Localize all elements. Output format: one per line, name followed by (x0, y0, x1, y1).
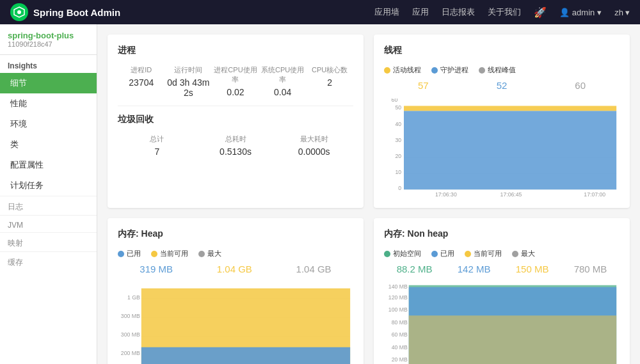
threads-chart-svg: 0 10 20 30 40 50 60 (384, 99, 620, 198)
svg-text:17:06:30: 17:06:30 (435, 191, 457, 198)
lang-dropdown-icon: ▾ (625, 8, 630, 17)
svg-text:20: 20 (395, 153, 401, 159)
legend-heap-used: 已用 (118, 249, 141, 258)
process-title: 进程 (118, 45, 353, 56)
svg-marker-52 (409, 315, 616, 364)
nonheap-avail-val: 150 MB (516, 264, 549, 274)
stat-uptime: 运行时间 0d 3h 43m 2s (165, 65, 212, 98)
stat-scpu-value: 0.04 (259, 87, 307, 97)
rocket-icon: 🚀 (534, 6, 547, 19)
svg-marker-15 (404, 111, 616, 189)
svg-text:100 MB: 100 MB (388, 306, 408, 313)
stat-gc-count: 总计 7 (118, 134, 196, 157)
nonheap-max-val: 780 MB (574, 264, 607, 274)
threads-card: 线程 活动线程 守护进程 线程峰值 57 52 60 (374, 35, 630, 208)
sidebar-item-计划任务[interactable]: 计划任务 (0, 175, 97, 196)
app-id: 11090f218c47 (8, 40, 89, 48)
heap-avail-val: 1.04 GB (217, 264, 252, 274)
svg-text:30: 30 (395, 137, 401, 143)
sidebar: spring-boot-plus 11090f218c47 Insights 细… (0, 24, 97, 364)
app-logo: Spring Boot Admin (10, 3, 120, 21)
sidebar-group-JVM[interactable]: JVM (0, 215, 97, 232)
header: Spring Boot Admin 应用墙 应用 日志报表 关于我们 🚀 👤 a… (0, 0, 640, 24)
threads-peak-val: 60 (575, 80, 586, 91)
stat-gc-max-time: 最大耗时 0.0000s (275, 134, 353, 157)
legend-nonheap-init: 初始空间 (384, 249, 421, 258)
legend-active: 活动线程 (384, 65, 421, 75)
process-card: 进程 进程ID 23704 运行时间 0d 3h 43m 2s 进程CPU使用率… (108, 35, 364, 208)
nonheap-title: 内存: Non heap (384, 228, 620, 240)
lang-selector[interactable]: zh ▾ (614, 8, 630, 17)
heap-used-val: 319 MB (140, 264, 173, 274)
stat-pid-value: 23704 (118, 77, 165, 88)
nav-about[interactable]: 关于我们 (488, 6, 521, 18)
nav-log-report[interactable]: 日志报表 (442, 6, 475, 18)
nonheap-init-val: 88.2 MB (397, 264, 433, 274)
stat-pid-label: 进程ID (118, 65, 165, 75)
stat-pcpu-label: 进程CPU使用率 (212, 65, 259, 84)
stat-pcpu: 进程CPU使用率 0.02 (212, 65, 259, 98)
threads-legend: 活动线程 守护进程 线程峰值 (384, 65, 620, 75)
legend-nonheap-avail: 当前可用 (465, 249, 502, 258)
svg-text:40: 40 (395, 121, 401, 127)
svg-text:60: 60 (392, 99, 398, 103)
nonheap-values: 88.2 MB 142 MB 150 MB 780 MB (384, 264, 620, 274)
bottom-cards-row: 内存: Heap 已用 当前可用 最大 319 MB 1.04 GB 1.04 … (108, 218, 630, 364)
heap-max-val: 1.04 GB (296, 264, 332, 274)
svg-marker-31 (141, 347, 350, 364)
svg-text:120 MB: 120 MB (388, 294, 408, 301)
sidebar-item-环境[interactable]: 环境 (0, 114, 97, 134)
sidebar-item-类[interactable]: 类 (0, 134, 97, 155)
legend-heap-available: 当前可用 (151, 249, 188, 258)
user-icon: 👤 (559, 8, 570, 17)
legend-nonheap-used: 已用 (431, 249, 454, 258)
sidebar-item-配置属性[interactable]: 配置属性 (0, 155, 97, 175)
gc-title: 垃圾回收 (118, 114, 353, 125)
sidebar-group-日志[interactable]: 日志 (0, 196, 97, 215)
stat-gc-total-time: 总耗时 0.5130s (196, 134, 275, 157)
process-stats: 进程ID 23704 运行时间 0d 3h 43m 2s 进程CPU使用率 0.… (118, 65, 353, 98)
svg-text:80 MB: 80 MB (392, 319, 408, 326)
nav-app-wall[interactable]: 应用墙 (374, 6, 399, 18)
nav-apps[interactable]: 应用 (412, 6, 429, 18)
stat-cores: CPU核心数 2 (306, 65, 353, 98)
threads-chart: 0 10 20 30 40 50 60 (384, 99, 620, 198)
svg-text:300 MB: 300 MB (121, 331, 140, 338)
stat-gc-count-label: 总计 (118, 134, 196, 144)
svg-text:17:06:45: 17:06:45 (500, 191, 522, 198)
svg-text:1 GB: 1 GB (127, 294, 140, 301)
user-dropdown-icon: ▾ (597, 8, 602, 17)
stat-gc-max-time-value: 0.0000s (275, 146, 353, 157)
legend-daemon: 守护进程 (431, 65, 468, 75)
sidebar-item-细节[interactable]: 细节 (0, 73, 97, 93)
stat-scpu-label: 系统CPU使用率 (259, 65, 307, 84)
heap-chart: 0 B 200 MB 300 MB 300 MB 1 GB (118, 282, 353, 364)
gc-stats: 总计 7 总耗时 0.5130s 最大耗时 0.0000s (118, 134, 353, 157)
svg-text:200 MB: 200 MB (121, 350, 140, 356)
svg-text:300 MB: 300 MB (121, 313, 140, 319)
svg-text:60 MB: 60 MB (392, 331, 408, 338)
heap-legend: 已用 当前可用 最大 (118, 249, 353, 258)
sidebar-group-缓存[interactable]: 缓存 (0, 251, 97, 271)
user-name: admin (572, 8, 595, 17)
svg-point-1 (17, 10, 21, 14)
stat-gc-max-time-label: 最大耗时 (275, 134, 353, 144)
stat-cores-value: 2 (306, 77, 353, 88)
sidebar-group-映射[interactable]: 映射 (0, 232, 97, 251)
stat-scpu: 系统CPU使用率 0.04 (259, 65, 307, 98)
app-name: spring-boot-plus (8, 31, 89, 40)
stat-pcpu-value: 0.02 (212, 87, 259, 97)
heap-title: 内存: Heap (118, 228, 353, 240)
stat-uptime-value: 0d 3h 43m 2s (165, 77, 212, 98)
user-menu[interactable]: 👤 admin ▾ (559, 8, 602, 17)
app-title: Spring Boot Admin (33, 7, 120, 18)
svg-marker-16 (404, 106, 616, 111)
lang-label: zh (614, 8, 623, 17)
heap-values: 319 MB 1.04 GB 1.04 GB (118, 264, 353, 274)
app-info: spring-boot-plus 11090f218c47 (0, 24, 97, 55)
stat-gc-total-time-label: 总耗时 (196, 134, 275, 144)
stat-gc-count-value: 7 (118, 146, 196, 157)
svg-text:140 MB: 140 MB (388, 283, 408, 290)
sidebar-item-性能[interactable]: 性能 (0, 93, 97, 114)
nonheap-chart-svg: 0 B 20 MB 40 MB 60 MB 80 MB 100 MB 120 M… (384, 282, 620, 364)
